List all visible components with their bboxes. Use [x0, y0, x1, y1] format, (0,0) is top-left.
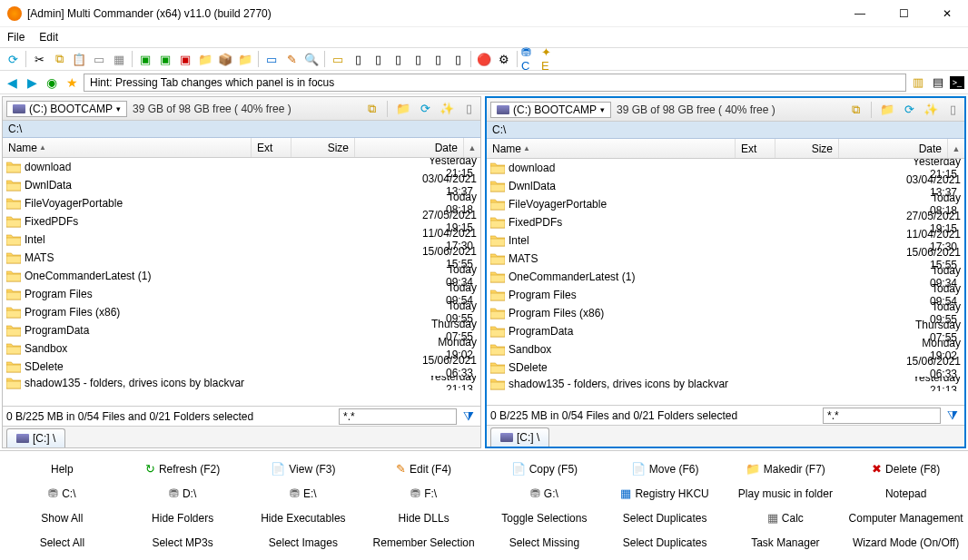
cut-icon[interactable]: ✂ [30, 50, 48, 68]
box-icon[interactable]: 📦 [216, 50, 234, 68]
list-item[interactable]: ProgramData Thursday 07:55 [487, 322, 964, 340]
list-item[interactable]: FixedPDFs 27/05/2021 19:15 [487, 213, 964, 231]
action-button[interactable]: ⛃G:\ [484, 481, 605, 506]
p5-icon[interactable]: ▯ [429, 50, 447, 68]
list-item[interactable]: FixedPDFs 27/05/2021 19:15 [3, 212, 480, 231]
action-button[interactable]: Notepad [845, 481, 966, 506]
action-button[interactable]: Select Duplicates [605, 530, 726, 555]
menu-file[interactable]: File [7, 31, 25, 44]
list-item[interactable]: FileVoyagerPortable Today 08:18 [3, 194, 480, 212]
panel-tab[interactable]: [C:] \ [490, 427, 549, 447]
tree-icon[interactable]: ⧉ [847, 102, 864, 118]
tree-icon[interactable]: ⧉ [363, 101, 380, 117]
action-button[interactable]: ↻Refresh (F2) [123, 457, 243, 481]
notes-icon[interactable]: ▥ [910, 74, 926, 91]
refresh-icon[interactable]: ⟳ [4, 50, 22, 68]
col-size[interactable]: Size [291, 138, 355, 157]
action-button[interactable]: ⛃C:\ [2, 481, 123, 506]
action-button[interactable]: Select MP3s [123, 530, 243, 555]
reload-icon[interactable]: ⟳ [901, 102, 917, 118]
select-icon[interactable]: ▭ [90, 50, 108, 68]
action-button[interactable]: ⛃F:\ [363, 481, 484, 506]
menu-edit[interactable]: Edit [39, 31, 58, 44]
list-item[interactable]: Intel 11/04/2021 17:30 [487, 231, 964, 250]
list-item[interactable]: shadow135 - folders, drives icons by bla… [3, 376, 480, 390]
filter-input[interactable] [823, 408, 941, 424]
funnel-icon[interactable]: ⧩ [460, 408, 477, 425]
terminal-icon[interactable]: >_ [950, 76, 964, 89]
expand-icon[interactable]: ▦ [110, 50, 128, 68]
col-name[interactable]: Name▲ [3, 138, 252, 157]
list-item[interactable]: Program Files (x86) Today 09:55 [487, 304, 964, 322]
action-button[interactable]: Hide DLLs [363, 506, 484, 530]
panel-tab[interactable]: [C:] \ [6, 428, 65, 447]
history-icon[interactable]: ◉ [44, 74, 60, 91]
list-item[interactable]: shadow135 - folders, drives icons by bla… [487, 377, 964, 391]
action-button[interactable]: ✎Edit (F4) [363, 457, 484, 481]
lock-icon[interactable]: ▯ [460, 101, 477, 117]
p1-icon[interactable]: ▯ [349, 50, 367, 68]
action-button[interactable]: Remember Selection [363, 530, 484, 555]
reload-icon[interactable]: ⟳ [417, 101, 433, 117]
wand-icon[interactable]: ✨ [439, 101, 455, 117]
maximize-button[interactable]: ☐ [890, 7, 917, 20]
scroll-up-icon[interactable]: ▲ [948, 139, 964, 158]
copy-icon[interactable]: ⧉ [50, 50, 68, 68]
scroll-up-icon[interactable]: ▲ [464, 138, 480, 157]
list-item[interactable]: Sandbox Monday 19:02 [3, 339, 480, 358]
p4-icon[interactable]: ▯ [409, 50, 427, 68]
p3-icon[interactable]: ▯ [389, 50, 407, 68]
action-button[interactable]: Task Manager [726, 530, 846, 555]
edit-icon[interactable]: ✎ [282, 50, 301, 68]
action-button[interactable]: 📄Copy (F5) [484, 457, 605, 481]
col-date[interactable]: Date [355, 138, 464, 157]
view-icon[interactable]: ▭ [262, 50, 281, 68]
action-button[interactable]: Help [2, 457, 123, 481]
p2-icon[interactable]: ▯ [369, 50, 387, 68]
lock-icon[interactable]: ▯ [944, 102, 961, 118]
paste-icon[interactable]: 📋 [70, 50, 88, 68]
kb-icon[interactable]: ▭ [329, 50, 347, 68]
filter-input[interactable] [339, 408, 457, 425]
action-button[interactable]: Select Images [243, 530, 364, 555]
command-input[interactable] [84, 74, 906, 92]
action-button[interactable]: Toggle Selections [484, 506, 605, 530]
list-item[interactable]: Program Files Today 09:54 [3, 285, 480, 303]
action-button[interactable]: 📁Makedir (F7) [726, 457, 846, 481]
action-button[interactable]: 📄Move (F6) [605, 457, 726, 481]
col-ext[interactable]: Ext [736, 139, 775, 158]
e-drive-icon[interactable]: ✦ E [541, 50, 559, 68]
list-item[interactable]: download Yesterday 21:15 [3, 158, 480, 176]
action-button[interactable]: ⛃E:\ [243, 481, 364, 506]
list-item[interactable]: Program Files Today 09:54 [487, 286, 964, 304]
up-icon[interactable]: 📁 [395, 101, 411, 117]
action-button[interactable]: Play music in folder [726, 481, 846, 506]
list-item[interactable]: FileVoyagerPortable Today 08:18 [487, 195, 964, 213]
minimize-button[interactable]: — [846, 7, 874, 20]
doc-next-icon[interactable]: ▣ [156, 50, 174, 68]
action-button[interactable]: ▦Registry HKCU [605, 481, 726, 506]
action-button[interactable]: Show All [2, 506, 123, 530]
list-item[interactable]: DwnlData 03/04/2021 13:37 [487, 177, 964, 195]
action-button[interactable]: Select All [2, 530, 123, 555]
list-item[interactable]: OneCommanderLatest (1) Today 09:34 [487, 268, 964, 286]
search-icon[interactable]: 🔍 [302, 50, 321, 68]
back-icon[interactable]: ◀ [4, 74, 20, 91]
c-drive-icon[interactable]: ⛃ C [521, 50, 539, 68]
col-name[interactable]: Name▲ [487, 139, 736, 158]
list-item[interactable]: Intel 11/04/2021 17:30 [3, 231, 480, 249]
drive-selector[interactable]: (C:) BOOTCAMP ▾ [490, 102, 611, 118]
list-item[interactable]: MATS 15/06/2021 15:55 [487, 250, 964, 268]
action-button[interactable]: 📄View (F3) [243, 457, 364, 481]
up-icon[interactable]: 📁 [879, 102, 895, 118]
action-button[interactable]: ⛃D:\ [123, 481, 243, 506]
list-item[interactable]: OneCommanderLatest (1) Today 09:34 [3, 267, 480, 285]
color-icon[interactable]: 🔴 [475, 50, 493, 68]
action-button[interactable]: Wizard Mode (On/Off) [845, 530, 966, 555]
folder2-icon[interactable]: 📁 [236, 50, 254, 68]
list-item[interactable]: SDelete 15/06/2021 06:33 [487, 359, 964, 377]
gear-icon[interactable]: ⚙ [495, 50, 513, 68]
action-button[interactable]: Select Duplicates [605, 506, 726, 530]
doc-add-icon[interactable]: ▣ [136, 50, 154, 68]
doc-del-icon[interactable]: ▣ [176, 50, 194, 68]
